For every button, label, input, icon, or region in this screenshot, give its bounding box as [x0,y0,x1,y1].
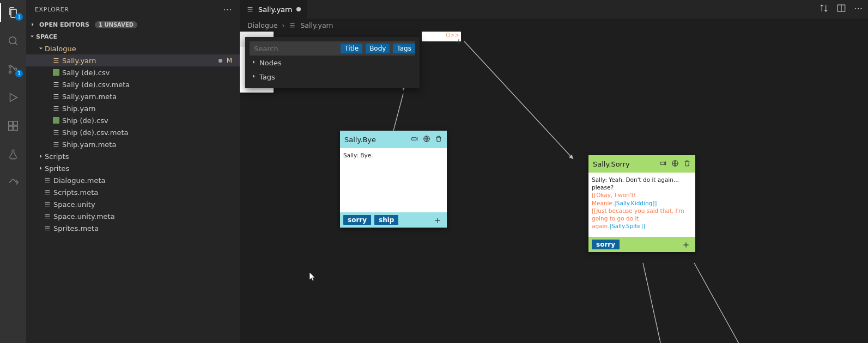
explorer-sidebar: EXPLORER ⋯ OPEN EDITORS 1 UNSAVED SPACE … [26,0,240,343]
add-tag-button[interactable]: ＋ [681,238,691,251]
svg-line-12 [393,94,403,131]
node-body-text: |Sally.Kidding]] [614,200,657,206]
file-sprites-meta[interactable]: Sprites.meta [26,222,240,234]
file-label: Sprites.meta [53,224,99,232]
chevron-down-icon [37,45,45,52]
tab-sally-yarn[interactable]: Sally.yarn [240,0,307,19]
file-sally-yarn[interactable]: Sally.yarn M [26,54,240,66]
node-sally-bye[interactable]: Sally.Bye Sally: Bye. sorry ship ＋ [340,131,447,228]
file-ship-de-csv[interactable]: Ship (de).csv [26,114,240,126]
file-icon [43,176,52,184]
file-sally-de-csv[interactable]: Sally (de).csv [26,66,240,78]
file-icon [51,57,61,64]
file-ship-de-csv-meta[interactable]: Ship (de).csv.meta [26,126,240,138]
folder-scripts[interactable]: Scripts [26,150,240,162]
activity-extensions-icon[interactable] [0,117,26,135]
chevron-right-icon [28,21,37,28]
breadcrumb[interactable]: Dialogue › Sally.yarn [240,19,868,32]
node-tag[interactable]: ship [374,215,398,225]
activity-search-icon[interactable] [0,32,26,50]
filter-tags-chip[interactable]: Tags [393,44,415,53]
svg-rect-5 [9,126,13,130]
git-status-letter: M [227,57,232,64]
chevron-right-icon [37,165,45,171]
file-icon [51,105,61,112]
node-sally-sorry[interactable]: Sally.Sorry Sally: Yeah. Don't do it aga… [588,155,695,252]
activity-explorer-icon[interactable]: 1 [0,3,26,22]
node-header[interactable]: Sally.Sorry [588,155,695,173]
dirty-indicator-icon [296,7,301,11]
node-tag[interactable]: sorry [592,240,620,249]
open-editors-header[interactable]: OPEN EDITORS 1 UNSAVED [26,19,240,30]
filter-body-chip[interactable]: Body [366,44,390,53]
svg-rect-16 [412,137,416,140]
file-space-unity-meta[interactable]: Space.unity.meta [26,210,240,222]
add-node-button[interactable]: ＋ [453,36,464,47]
filter-title-chip[interactable]: Title [341,44,362,53]
explorer-title: EXPLORER ⋯ [26,0,240,19]
rename-icon[interactable] [411,135,418,144]
open-editors-label: OPEN EDITORS [39,21,89,28]
file-label: Sally (de).csv.meta [62,81,130,89]
node-title: Sally.Bye [344,136,376,144]
chevron-down-icon [28,33,36,40]
trash-icon[interactable] [683,160,691,169]
file-ship-yarn-meta[interactable]: Ship.yarn.meta [26,138,240,150]
file-scripts-meta[interactable]: Scripts.meta [26,186,240,198]
svg-rect-6 [14,126,17,130]
chevron-right-icon: › [282,21,284,29]
file-dialogue-meta[interactable]: Dialogue.meta [26,174,240,186]
file-label: Dialogue.meta [53,176,106,185]
popover-item-nodes[interactable]: Nodes [250,56,415,70]
breadcrumb-item[interactable]: Sally.yarn [300,21,333,29]
svg-point-0 [9,37,16,44]
file-space-unity[interactable]: Space.unity [26,198,240,210]
globe-icon[interactable] [671,160,679,169]
folder-label: Dialogue [45,45,76,53]
file-sally-yarn-meta[interactable]: Sally.yarn.meta [26,90,240,102]
app-root: 1 1 EXPLORER ⋯ OPEN [0,0,868,343]
popover-item-tags[interactable]: Tags [250,70,415,84]
node-body[interactable]: Sally: Bye. [340,148,447,212]
dirty-indicator-icon [218,59,222,63]
search-input[interactable] [254,45,337,53]
svg-rect-18 [660,162,665,164]
svg-line-13 [464,41,573,159]
file-label: Sally.yarn [62,57,96,65]
activity-share-icon[interactable] [0,173,26,192]
more-actions-icon[interactable]: ⋯ [854,3,863,15]
folder-dialogue[interactable]: Dialogue [26,42,240,54]
rename-icon[interactable] [659,160,667,169]
node-header[interactable]: Sally.Bye [340,131,447,148]
node-footer: sorry ＋ [588,237,695,252]
compare-changes-icon[interactable] [819,3,829,15]
svg-rect-7 [14,121,17,125]
split-editor-icon[interactable] [836,3,846,15]
file-icon [51,93,61,100]
explorer-more-icon[interactable]: ⋯ [223,4,232,15]
unsaved-badge: 1 UNSAVED [95,21,137,28]
svg-line-15 [694,263,741,343]
trash-icon[interactable] [435,135,442,144]
tab-bar: Sally.yarn [240,0,868,19]
folder-sprites[interactable]: Sprites [26,162,240,174]
breadcrumb-item[interactable]: Dialogue [247,21,277,29]
node-body[interactable]: Sally: Yeah. Don't do it again... please… [588,173,695,237]
node-footer: sorry ship ＋ [340,212,447,228]
activity-bar: 1 1 [0,0,26,343]
activity-testing-icon[interactable] [0,145,26,163]
workspace-header[interactable]: SPACE [26,30,240,42]
file-ship-yarn[interactable]: Ship.yarn [26,102,240,114]
folder-label: Sprites [45,164,69,173]
activity-source-control-icon[interactable]: 1 [0,60,26,78]
popover-item-label: Tags [259,73,275,81]
add-tag-button[interactable]: ＋ [433,213,442,226]
file-sally-de-csv-meta[interactable]: Sally (de).csv.meta [26,78,240,90]
graph-canvas[interactable]: O>> ＋ Title Body Tags Nodes Tags [240,32,868,343]
activity-run-icon[interactable] [0,88,26,107]
globe-icon[interactable] [423,135,430,144]
csv-file-icon [51,69,61,76]
file-label: Scripts.meta [53,188,98,197]
node-tag[interactable]: sorry [343,215,371,225]
activity-explorer-badge: 1 [15,13,23,21]
